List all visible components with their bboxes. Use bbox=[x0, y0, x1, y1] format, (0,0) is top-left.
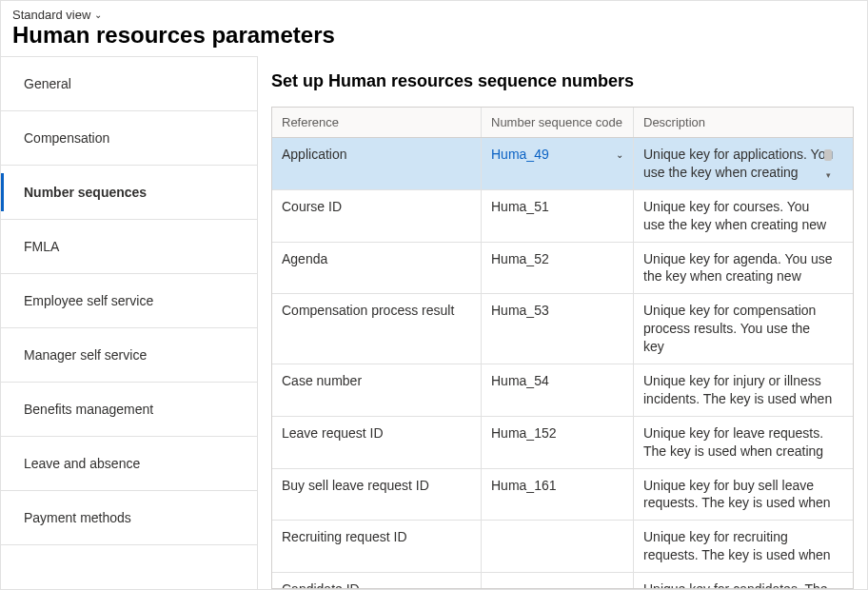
cell-code[interactable]: Huma_152 bbox=[482, 417, 634, 468]
scrollbar-thumb[interactable] bbox=[824, 149, 832, 161]
cell-description: Unique key for recruiting requests. The … bbox=[634, 521, 853, 572]
sidebar-item-label: Leave and absence bbox=[24, 456, 140, 471]
sidebar-item-benefits-management[interactable]: Benefits management bbox=[1, 383, 257, 437]
cell-reference: Buy sell leave request ID bbox=[272, 469, 482, 521]
cell-code[interactable] bbox=[482, 573, 634, 588]
sidebar-item-leave-and-absence[interactable]: Leave and absence bbox=[1, 437, 257, 491]
sidebar-item-compensation[interactable]: Compensation bbox=[1, 111, 257, 166]
cell-code[interactable]: Huma_54 bbox=[482, 364, 634, 416]
cell-description: Unique key for leave requests. The key i… bbox=[634, 417, 853, 468]
column-header-code[interactable]: Number sequence code bbox=[482, 108, 634, 137]
cell-code[interactable]: Huma_53 bbox=[482, 294, 634, 364]
sidebar-item-payment-methods[interactable]: Payment methods bbox=[1, 491, 257, 545]
table-row[interactable]: Agenda Huma_52 Unique key for agenda. Yo… bbox=[272, 243, 853, 295]
sidebar-item-label: Compensation bbox=[24, 130, 109, 146]
cell-reference: Application bbox=[272, 138, 482, 189]
sidebar-item-number-sequences[interactable]: Number sequences bbox=[1, 166, 257, 220]
sidebar-item-label: FMLA bbox=[24, 239, 59, 254]
table-row[interactable]: Recruiting request ID Unique key for rec… bbox=[272, 521, 853, 573]
cell-description: Unique key for compensation process resu… bbox=[634, 294, 853, 364]
table-row[interactable]: Candidate ID Unique key for candidates. … bbox=[272, 573, 853, 588]
cell-code[interactable]: Huma_49 ⌄ bbox=[482, 138, 634, 189]
cell-code[interactable]: Huma_161 bbox=[482, 469, 634, 521]
cell-code[interactable] bbox=[482, 521, 634, 572]
sidebar-item-general[interactable]: General bbox=[1, 56, 257, 111]
grid-header: Reference Number sequence code Descripti… bbox=[272, 108, 853, 138]
sidebar-item-label: General bbox=[24, 76, 71, 91]
table-row[interactable]: Course ID Huma_51 Unique key for courses… bbox=[272, 190, 853, 243]
table-row[interactable]: Leave request ID Huma_152 Unique key for… bbox=[272, 417, 853, 469]
view-selector-label: Standard view bbox=[12, 8, 90, 22]
cell-reference: Case number bbox=[272, 364, 482, 416]
cell-reference: Candidate ID bbox=[272, 573, 482, 588]
sidebar: General Compensation Number sequences FM… bbox=[1, 56, 258, 589]
sidebar-item-label: Number sequences bbox=[24, 185, 147, 200]
column-header-reference[interactable]: Reference bbox=[272, 108, 482, 137]
sidebar-item-label: Benefits management bbox=[24, 402, 153, 417]
cell-reference: Recruiting request ID bbox=[272, 521, 482, 572]
section-title: Set up Human resources sequence numbers bbox=[271, 71, 854, 91]
cell-description: Unique key for agenda. You use the key w… bbox=[634, 243, 853, 294]
table-row[interactable]: Buy sell leave request ID Huma_161 Uniqu… bbox=[272, 469, 853, 521]
cell-description: Unique key for candidates. The key is us… bbox=[634, 573, 853, 588]
table-row[interactable]: Case number Huma_54 Unique key for injur… bbox=[272, 364, 853, 417]
cell-reference: Compensation process result bbox=[272, 294, 482, 364]
sidebar-item-fmla[interactable]: FMLA bbox=[1, 220, 257, 274]
sidebar-item-label: Payment methods bbox=[24, 510, 131, 525]
cell-description: Unique key for courses. You use the key … bbox=[634, 190, 853, 242]
cell-description: Unique key for applications. You use the… bbox=[634, 138, 853, 189]
sidebar-item-label: Manager self service bbox=[24, 347, 147, 363]
page-title: Human resources parameters bbox=[12, 22, 856, 49]
cell-reference: Agenda bbox=[272, 243, 482, 294]
sidebar-item-label: Employee self service bbox=[24, 293, 153, 308]
sidebar-item-manager-self-service[interactable]: Manager self service bbox=[1, 328, 257, 383]
column-header-description[interactable]: Description bbox=[634, 108, 853, 137]
scroll-down-icon[interactable]: ▾ bbox=[824, 170, 832, 180]
sidebar-item-employee-self-service[interactable]: Employee self service bbox=[1, 274, 257, 328]
table-row[interactable]: Application Huma_49 ⌄ Unique key for app… bbox=[272, 138, 853, 190]
cell-reference: Leave request ID bbox=[272, 417, 482, 468]
cell-description: Unique key for injury or illness inciden… bbox=[634, 364, 853, 416]
table-row[interactable]: Compensation process result Huma_53 Uniq… bbox=[272, 294, 853, 364]
cell-reference: Course ID bbox=[272, 190, 482, 242]
chevron-down-icon: ⌄ bbox=[94, 10, 102, 20]
cell-description: Unique key for buy sell leave requests. … bbox=[634, 469, 853, 521]
view-selector[interactable]: Standard view ⌄ bbox=[12, 8, 102, 22]
grid-body[interactable]: Application Huma_49 ⌄ Unique key for app… bbox=[272, 138, 853, 588]
cell-code[interactable]: Huma_51 bbox=[482, 190, 634, 242]
cell-code[interactable]: Huma_52 bbox=[482, 243, 634, 294]
sequence-grid: Reference Number sequence code Descripti… bbox=[271, 107, 854, 589]
main-content: Set up Human resources sequence numbers … bbox=[258, 56, 867, 589]
chevron-down-icon[interactable]: ⌄ bbox=[616, 148, 623, 162]
